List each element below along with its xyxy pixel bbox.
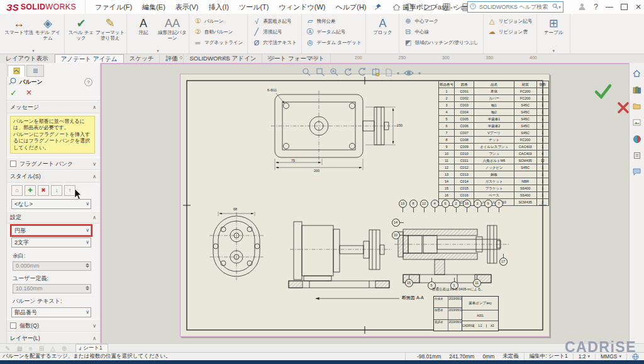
hole-callout-button[interactable]: Ø穴寸法テキスト: [250, 37, 299, 48]
section-view-label[interactable]: 断面図 A-A: [402, 295, 424, 301]
balloon-text-dropdown[interactable]: 部品番号 ∨: [11, 307, 91, 317]
tolerance-note[interactable]: 普通公差はJIS B 0405-mによる。: [432, 287, 484, 292]
model-items-button[interactable]: ◈モデル アイテム: [33, 16, 62, 41]
bom-row[interactable]: 16C016ベースSS4001: [439, 192, 549, 199]
bom-row[interactable]: 12C012ノックピンS45C1: [439, 164, 549, 171]
view-settings-eye-icon[interactable]: [404, 68, 414, 79]
balloon-4[interactable]: 4: [431, 200, 439, 208]
center-mark-button[interactable]: ⊕中心マーク: [401, 16, 480, 26]
flag-note-checkbox[interactable]: [10, 161, 16, 167]
balloon-13[interactable]: 13: [399, 200, 407, 208]
smart-dimension-button[interactable]: ↔スマート寸法: [4, 16, 33, 36]
bom-row[interactable]: 10C010ブシュCAC4034: [439, 151, 549, 157]
revision-symbol-button[interactable]: △リビジョン記号: [486, 16, 535, 26]
menu-item-6[interactable]: ヘルプ(H): [331, 1, 370, 13]
help-search-box[interactable]: ? ▾: [467, 1, 564, 13]
help-menu[interactable]: ?: [594, 0, 598, 14]
balloon-12[interactable]: 12: [420, 200, 428, 208]
balloon-8[interactable]: 8: [409, 200, 418, 208]
quantity-checkbox[interactable]: [10, 322, 16, 329]
flyout-caret-icon[interactable]: ▾: [32, 48, 35, 54]
spinner-icon[interactable]: [86, 263, 89, 268]
search-caret-icon[interactable]: ▾: [558, 4, 561, 10]
menu-item-5[interactable]: ウィンドウ(W): [274, 1, 330, 13]
bom-row[interactable]: 8C008ナットFC2001: [439, 137, 549, 144]
bom-row[interactable]: 15C015ブラケットSS4001: [439, 185, 549, 192]
user-icon[interactable]: [578, 3, 586, 12]
bom-row[interactable]: 3C003軸1S45C1: [439, 102, 549, 109]
dimension-text[interactable]: 200: [314, 169, 319, 173]
tab-1[interactable]: アノテート アイテム: [55, 54, 124, 63]
home-icon[interactable]: [392, 3, 401, 12]
tab-2[interactable]: スケッチ: [124, 54, 160, 63]
cancel-button[interactable]: ✕: [26, 88, 32, 98]
bom-row[interactable]: 7C007VプーリS45C1: [439, 130, 549, 137]
table-button[interactable]: ⊞テーブル: [539, 16, 568, 36]
panel-help-icon[interactable]: ?: [84, 78, 92, 86]
headsup-caret-icon[interactable]: ▾: [418, 71, 421, 76]
search-icon[interactable]: [552, 3, 558, 11]
balloon-button[interactable]: ①バルーン: [191, 16, 245, 26]
restore-button[interactable]: [621, 4, 628, 10]
section-view-icon[interactable]: [371, 67, 380, 79]
bom-row[interactable]: 5C005平歯車1S45C1: [439, 116, 549, 123]
menu-item-0[interactable]: ファイル(F): [91, 1, 136, 13]
resources-home-icon[interactable]: [631, 68, 642, 79]
confirm-ok-icon[interactable]: [594, 83, 613, 102]
drawing-sheet[interactable]: 部品番号図番品名材質個数1C001本体FC20012C002カバーFC20013…: [180, 74, 550, 337]
revision-cloud-button[interactable]: ☁リビジョン雲: [486, 26, 535, 37]
flag-note-bank-section[interactable]: フラグノート バンク ∨: [6, 157, 100, 170]
balloon-size-dropdown[interactable]: 2文字 ∨: [11, 237, 91, 247]
display-manager-tab[interactable]: [26, 65, 44, 77]
note-button[interactable]: A注記: [129, 16, 158, 36]
balloon-3[interactable]: 3: [474, 200, 482, 208]
style-add-icon[interactable]: ✚: [25, 185, 36, 196]
appearances-icon[interactable]: [631, 134, 642, 144]
linear-note-pattern-button[interactable]: AA線形注記パターン: [158, 16, 187, 41]
bom-row[interactable]: 13C013銘板1: [439, 171, 549, 178]
bom-row[interactable]: 2C002カバーFC2001: [439, 95, 549, 102]
balloon-10[interactable]: 10: [392, 231, 400, 239]
dimension-text[interactable]: 150: [397, 123, 402, 127]
spinner-icon[interactable]: [86, 286, 89, 290]
layer-section-header[interactable]: レイヤー(L) ∧: [6, 332, 100, 344]
balloon-14[interactable]: 14: [392, 219, 400, 227]
balloon-15[interactable]: 15: [405, 279, 413, 287]
bom-row[interactable]: 4C004軸2S45C1: [439, 109, 549, 116]
style-delete-icon[interactable]: ✖: [38, 185, 49, 196]
flyout-caret-icon[interactable]: ▾: [157, 48, 159, 54]
balloon-16[interactable]: 16: [463, 200, 471, 208]
bom-row[interactable]: 14C014ガスケットNBR1: [439, 178, 549, 185]
view-palette-icon[interactable]: [631, 117, 642, 128]
settings-section-header[interactable]: 設定 ∧: [6, 211, 100, 224]
sheet-tab[interactable]: シート1: [75, 344, 108, 353]
menu-item-1[interactable]: 編集(E): [138, 1, 170, 13]
bom-row[interactable]: 1C001本体FC2001: [439, 88, 549, 95]
confirm-cancel-icon[interactable]: [616, 101, 630, 117]
previous-view-icon[interactable]: [357, 67, 367, 79]
rotate-view-icon[interactable]: [343, 67, 353, 79]
file-explorer-icon[interactable]: [631, 101, 642, 111]
sheet-icon[interactable]: [385, 68, 392, 79]
bom-row[interactable]: 6C006平歯車2S45C1: [439, 123, 549, 130]
zoom-fit-icon[interactable]: [302, 67, 311, 79]
custom-properties-icon[interactable]: [631, 150, 642, 161]
style-save-icon[interactable]: ↓: [51, 185, 62, 196]
balloon-11[interactable]: 11: [473, 279, 481, 287]
close-button[interactable]: ✕: [635, 0, 641, 14]
weld-symbol-button[interactable]: ╱溶接記号: [250, 26, 299, 37]
search-input[interactable]: [478, 3, 550, 11]
graphics-area[interactable]: ▾ ▾: [101, 63, 629, 343]
bom-row[interactable]: 9C009オイルレスブシュCAC4031: [439, 144, 549, 151]
style-section-header[interactable]: スタイル(S) ∧: [6, 170, 100, 183]
flyout-caret-icon[interactable]: ▾: [552, 48, 555, 54]
zoom-in-out-icon[interactable]: [330, 67, 339, 79]
menu-item-3[interactable]: 挿入(I): [204, 1, 233, 13]
forum-icon[interactable]: [631, 166, 642, 177]
area-hatch-button[interactable]: ◩領域のハッチング/塗りつぶし: [401, 37, 480, 48]
tab-0[interactable]: レイアウト表示: [0, 54, 55, 63]
headsup-caret-icon[interactable]: ▾: [397, 71, 399, 76]
datum-feature-button[interactable]: Ⓐデータム記号: [304, 26, 364, 37]
design-library-icon[interactable]: [631, 84, 642, 95]
ok-button[interactable]: ✓: [10, 88, 17, 98]
